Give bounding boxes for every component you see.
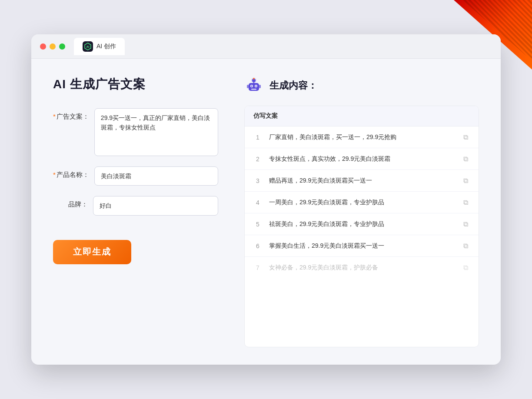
ad-copy-input[interactable]: 29.9买一送一，真正的厂家直销，美白淡斑霜，专抹女性斑点: [94, 108, 218, 156]
result-title: 生成内容：: [269, 79, 317, 92]
table-row: 3 赠品再送，29.9元美白淡斑霜买一送一 ⧉: [245, 170, 479, 192]
generate-button[interactable]: 立即生成: [53, 240, 131, 264]
svg-text:AI: AI: [86, 45, 90, 48]
result-header: 生成内容：: [244, 76, 479, 95]
copy-icon[interactable]: ⧉: [461, 242, 470, 250]
svg-point-8: [256, 86, 257, 87]
brand-input[interactable]: [93, 196, 218, 215]
copy-icon[interactable]: ⧉: [461, 220, 470, 229]
traffic-lights: [40, 43, 65, 50]
form-group-brand: 品牌：: [53, 196, 218, 215]
copy-icon[interactable]: ⧉: [461, 198, 470, 207]
table-row: 1 厂家直销，美白淡斑霜，买一送一，29.9元抢购 ⧉: [245, 126, 479, 148]
title-bar: AI AI 创作: [31, 34, 501, 59]
table-row: 4 一周美白，29.9元美白淡斑霜，专业护肤品 ⧉: [245, 192, 479, 213]
row-num: 6: [253, 243, 262, 249]
required-star-1: *: [53, 113, 56, 120]
svg-rect-10: [247, 85, 249, 88]
copy-icon[interactable]: ⧉: [461, 155, 470, 163]
product-name-input[interactable]: [94, 166, 218, 186]
main-content: AI 生成广告文案 *广告文案： 29.9买一送一，真正的厂家直销，美白淡斑霜，…: [31, 59, 501, 365]
tab-label: AI 创作: [96, 43, 116, 50]
row-num: 4: [253, 199, 262, 206]
svg-rect-9: [251, 89, 256, 90]
row-num: 2: [253, 156, 262, 163]
form-group-ad-copy: *广告文案： 29.9买一送一，真正的厂家直销，美白淡斑霜，专抹女性斑点: [53, 108, 218, 156]
row-text-muted: 女神必备，29.9元美白淡斑霜，护肤必备: [269, 263, 454, 272]
table-row: 7 女神必备，29.9元美白淡斑霜，护肤必备 ⧉: [245, 257, 479, 278]
row-num: 1: [253, 134, 262, 141]
active-tab[interactable]: AI AI 创作: [74, 38, 125, 55]
close-button[interactable]: [40, 43, 46, 50]
row-text: 专抹女性斑点，真实功效，29.9元美白淡斑霜: [269, 154, 454, 163]
product-name-label: *产品名称：: [53, 166, 89, 179]
row-num: 5: [253, 221, 262, 228]
right-panel: 生成内容： 仿写文案 1 厂家直销，美白淡斑霜，买一送一，29.9元抢购 ⧉ 2…: [244, 76, 479, 347]
row-text: 祛斑美白，29.9元美白淡斑霜，专业护肤品: [269, 219, 454, 229]
brand-label: 品牌：: [53, 196, 88, 209]
browser-window: AI AI 创作 AI 生成广告文案 *广告文案： 29.9买一送一，真正的厂家…: [31, 34, 501, 365]
row-text: 掌握美白生活，29.9元美白淡斑霜买一送一: [269, 241, 454, 250]
minimize-button[interactable]: [50, 43, 56, 50]
row-num: 3: [253, 177, 262, 184]
required-star-2: *: [53, 171, 56, 178]
row-num: 7: [253, 264, 262, 271]
row-text: 一周美白，29.9元美白淡斑霜，专业护肤品: [269, 198, 454, 207]
robot-icon: [244, 76, 263, 95]
maximize-button[interactable]: [59, 43, 65, 50]
table-row: 5 祛斑美白，29.9元美白淡斑霜，专业护肤品 ⧉: [245, 213, 479, 235]
table-row: 2 专抹女性斑点，真实功效，29.9元美白淡斑霜 ⧉: [245, 148, 479, 170]
svg-rect-11: [259, 85, 261, 88]
row-text: 赠品再送，29.9元美白淡斑霜买一送一: [269, 176, 454, 185]
table-column-header: 仿写文案: [245, 106, 479, 126]
page-title: AI 生成广告文案: [53, 76, 218, 93]
left-panel: AI 生成广告文案 *广告文案： 29.9买一送一，真正的厂家直销，美白淡斑霜，…: [53, 76, 218, 347]
form-group-product-name: *产品名称：: [53, 166, 218, 186]
row-text: 厂家直销，美白淡斑霜，买一送一，29.9元抢购: [269, 133, 454, 142]
svg-point-7: [251, 86, 253, 87]
copy-icon-muted[interactable]: ⧉: [461, 263, 470, 272]
ad-copy-label: *广告文案：: [53, 108, 89, 121]
svg-point-13: [253, 78, 255, 80]
copy-icon[interactable]: ⧉: [461, 133, 470, 142]
result-table: 仿写文案 1 厂家直销，美白淡斑霜，买一送一，29.9元抢购 ⧉ 2 专抹女性斑…: [244, 106, 479, 347]
tab-ai-icon: AI: [83, 41, 93, 52]
table-row: 6 掌握美白生活，29.9元美白淡斑霜买一送一 ⧉: [245, 235, 479, 257]
copy-icon[interactable]: ⧉: [461, 176, 470, 185]
